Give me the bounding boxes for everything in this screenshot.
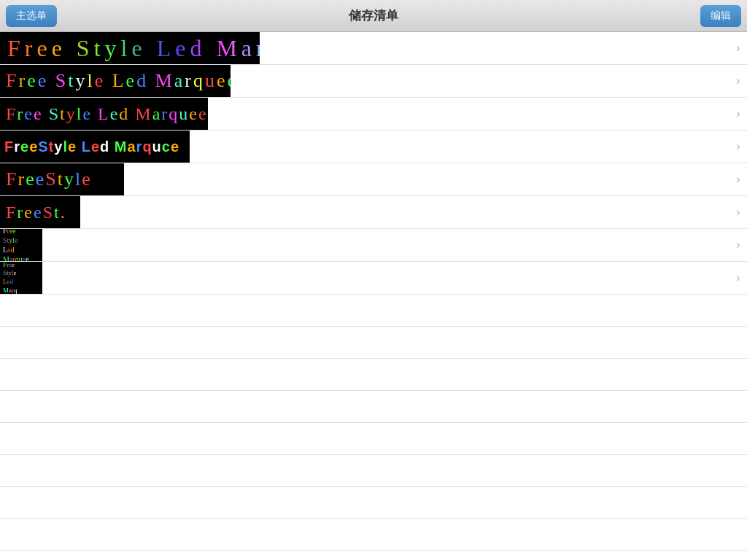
- empty-list-item: [0, 487, 747, 519]
- marquee-preview-text: FreeStyle Led Marquce: [0, 136, 184, 158]
- preview-thumbnail: Free Style Led Marq: [0, 262, 42, 294]
- preview-thumbnail: Free Style Led Marquee: [0, 98, 208, 130]
- chevron-icon: ›: [729, 271, 747, 284]
- empty-list-item: [0, 295, 747, 327]
- marquee-preview-text: Free Style Led Marquee: [0, 67, 231, 95]
- marquee-preview-text: Free Style Led Marquee: [0, 101, 208, 127]
- empty-list-item: [0, 423, 747, 455]
- list-item[interactable]: FreeStyle ›: [0, 163, 747, 196]
- list-container: Free Style Led Marquee › Free Style Led …: [0, 32, 747, 560]
- marquee-preview-text: Free Style Led Marq: [0, 262, 20, 294]
- chevron-icon: ›: [729, 107, 747, 120]
- nav-title: 储存清单: [349, 7, 398, 24]
- chevron-icon: ›: [729, 42, 747, 55]
- edit-button[interactable]: 编辑: [700, 5, 741, 27]
- preview-thumbnail: FreeStyle: [0, 163, 124, 195]
- list-item[interactable]: Free Style Led Marquee ›: [0, 32, 747, 65]
- chevron-icon: ›: [729, 238, 747, 252]
- main-menu-button[interactable]: 主选单: [6, 5, 57, 27]
- chevron-icon: ›: [729, 140, 747, 153]
- empty-list-item: [0, 391, 747, 423]
- chevron-icon: ›: [729, 173, 747, 186]
- marquee-preview-text: Free Style Led Marquee: [0, 229, 32, 261]
- nav-bar: 主选单 储存清单 编辑: [0, 0, 747, 32]
- preview-thumbnail: Free Style Led Marquee: [0, 32, 260, 64]
- list-item[interactable]: Free Style Led Marquee ›: [0, 229, 747, 262]
- empty-list-item: [0, 551, 747, 560]
- list-item[interactable]: FreeStyle Led Marquce ›: [0, 131, 747, 163]
- preview-thumbnail: Free Style Led Marquee: [0, 65, 231, 97]
- chevron-icon: ›: [729, 74, 747, 88]
- preview-thumbnail: FreeStyle Led Marquce: [0, 131, 190, 163]
- preview-thumbnail: FreeSt.: [0, 196, 80, 228]
- list-item[interactable]: Free Style Led Marquee ›: [0, 98, 747, 131]
- list-item[interactable]: FreeSt. ›: [0, 196, 747, 229]
- marquee-preview-text: FreeStyle: [0, 166, 98, 193]
- list-item[interactable]: Free Style Led Marq ›: [0, 262, 747, 295]
- empty-list-item: [0, 359, 747, 391]
- chevron-icon: ›: [729, 206, 747, 219]
- marquee-preview-text: Free Style Led Marquee: [0, 32, 260, 64]
- empty-list-item: [0, 327, 747, 359]
- empty-list-item: [0, 519, 747, 551]
- list-item[interactable]: Free Style Led Marquee ›: [0, 65, 747, 98]
- marquee-preview-text: FreeSt.: [0, 200, 72, 225]
- empty-list-item: [0, 455, 747, 487]
- preview-thumbnail: Free Style Led Marquee: [0, 229, 42, 261]
